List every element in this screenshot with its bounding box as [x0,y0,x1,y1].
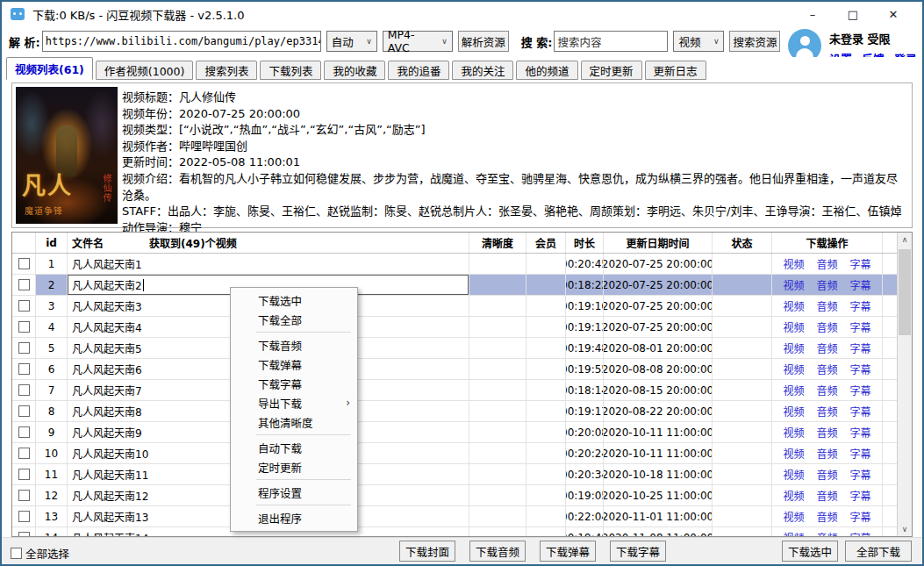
table-row[interactable]: 14 凡人风起天南14 00:19:40 2020-11-08 11:00:00… [12,527,897,536]
tab-search-list[interactable]: 搜索列表 [196,61,257,80]
table-row[interactable]: 8 凡人风起天南8 00:19:17 2020-08-22 20:00:00 视… [12,401,897,422]
search-input[interactable]: 搜索内容 [554,31,668,52]
menu-item-download-audio[interactable]: 下载音频 [231,335,357,355]
checkbox-icon[interactable] [18,321,30,333]
download-audio-button[interactable]: 下载音频 [469,541,526,562]
menu-item-export-download[interactable]: 导出下载› [231,393,357,412]
checkbox-icon[interactable] [18,258,30,269]
row-checkbox-cell[interactable] [12,422,36,442]
row-checkbox-cell[interactable] [12,254,36,274]
checkbox-icon[interactable] [18,532,30,536]
row-checkbox-cell[interactable] [12,359,36,379]
header-filename[interactable]: 文件名 获取到(49)个视频 [68,233,469,253]
download-subtitle-link[interactable]: 字幕 [850,319,871,334]
download-video-link[interactable]: 视频 [783,362,804,376]
tab-my-bangumi[interactable]: 我的追番 [388,61,449,80]
table-row[interactable]: 11 凡人风起天南11 00:20:34 2020-10-18 11:00:00… [12,464,897,485]
download-subtitle-link[interactable]: 字幕 [850,509,871,524]
row-checkbox-cell[interactable] [12,443,36,463]
download-video-link[interactable]: 视频 [783,277,804,292]
scroll-up-icon[interactable]: ∧ [898,233,912,247]
download-subtitle-link[interactable]: 字幕 [850,467,871,482]
download-video-link[interactable]: 视频 [783,488,804,503]
menu-item-download-all[interactable]: 下载全部 [231,310,357,329]
checkbox-icon[interactable] [18,448,30,459]
download-audio-link[interactable]: 音频 [816,404,837,419]
checkbox-icon[interactable] [18,490,30,501]
checkbox-icon[interactable] [18,405,30,417]
download-danmaku-button[interactable]: 下载弹幕 [540,541,596,562]
table-row[interactable]: 4 凡人风起天南4 00:19:13 2020-07-25 20:00:00 视… [12,317,897,338]
download-subtitle-link[interactable]: 字幕 [850,340,871,355]
tab-scheduled-update[interactable]: 定时更新 [581,61,642,80]
parse-button[interactable]: 解析资源 [458,31,509,52]
row-checkbox-cell[interactable] [12,464,36,484]
scroll-down-icon[interactable]: ∨ [898,522,912,536]
table-row[interactable]: 6 凡人风起天南6 00:19:55 2020-08-08 20:00:00 视… [12,359,897,380]
download-audio-link[interactable]: 音频 [816,488,837,503]
download-audio-link[interactable]: 音频 [816,340,837,355]
format-select[interactable]: MP4-AVC ∨ [383,31,453,52]
search-button[interactable]: 搜索资源 [729,31,780,52]
download-subtitle-button[interactable]: 下载字幕 [610,541,666,562]
row-checkbox-cell[interactable] [12,527,36,536]
minimize-button[interactable]: – [792,8,833,21]
table-row[interactable]: 1 凡人风起天南1 00:20:45 2020-07-25 20:00:00 视… [12,254,897,275]
header-id[interactable]: id [36,233,68,253]
checkbox-icon[interactable] [18,363,30,375]
header-duration[interactable]: 时长 [566,233,604,253]
table-row[interactable]: 5 凡人风起天南5 00:19:48 2020-08-01 20:00:00 视… [12,338,897,359]
tab-download-list[interactable]: 下载列表 [260,61,321,80]
scrollbar-thumb[interactable] [899,249,911,335]
table-row[interactable]: 7 凡人风起天南7 00:18:14 2020-08-15 20:00:00 视… [12,380,897,401]
parse-url-input[interactable]: https://www.bilibili.com/bangumi/play/ep… [42,31,321,52]
checkbox-icon[interactable] [18,300,30,312]
download-audio-link[interactable]: 音频 [816,530,837,536]
menu-item-program-settings[interactable]: 程序设置 [231,483,357,502]
download-audio-link[interactable]: 音频 [816,383,837,398]
checkbox-icon[interactable] [18,511,30,522]
table-row[interactable]: 10 凡人风起天南10 00:20:24 2020-10-11 11:00:00… [12,443,897,464]
row-checkbox-cell[interactable] [12,485,36,505]
download-video-link[interactable]: 视频 [783,298,804,313]
maximize-button[interactable]: □ [833,8,873,21]
download-cover-button[interactable]: 下载封面 [399,541,455,562]
download-subtitle-link[interactable]: 字幕 [850,446,871,461]
download-audio-link[interactable]: 音频 [816,425,837,440]
header-updated[interactable]: 更新日期时间 [604,233,713,253]
download-all-button[interactable]: 全部下载 [845,541,912,562]
download-audio-link[interactable]: 音频 [816,298,837,313]
menu-item-scheduled-update[interactable]: 定时更新 [231,457,357,476]
row-checkbox-cell[interactable] [12,338,36,358]
row-checkbox-cell[interactable] [12,275,36,295]
checkbox-icon[interactable] [18,279,30,290]
download-audio-link[interactable]: 音频 [816,256,837,271]
download-video-link[interactable]: 视频 [783,530,804,536]
search-type-select[interactable]: 视频 ∨ [673,31,724,52]
download-subtitle-link[interactable]: 字幕 [850,404,871,419]
download-video-link[interactable]: 视频 [783,509,804,524]
checkbox-icon[interactable] [18,342,30,354]
download-subtitle-link[interactable]: 字幕 [850,425,871,440]
table-row[interactable]: 9 凡人风起天南9 00:20:08 2020-10-11 11:00:00 视… [12,422,897,443]
download-audio-link[interactable]: 音频 [816,467,837,482]
header-member[interactable]: 会员 [526,233,566,253]
tab-video-list[interactable]: 视频列表(61) [6,57,93,80]
download-subtitle-link[interactable]: 字幕 [850,362,871,376]
menu-item-other-quality[interactable]: 其他清晰度 [231,412,357,432]
download-subtitle-link[interactable]: 字幕 [850,488,871,503]
row-checkbox-cell[interactable] [12,380,36,400]
table-row[interactable]: 3 凡人风起天南3 00:19:16 2020-07-25 20:00:00 视… [12,296,897,317]
menu-item-download-subtitle[interactable]: 下载字幕 [231,374,357,393]
download-selected-button[interactable]: 下载选中 [782,541,838,562]
download-video-link[interactable]: 视频 [783,256,804,271]
close-button[interactable]: ✕ [873,8,913,21]
download-audio-link[interactable]: 音频 [816,362,837,376]
vertical-scrollbar[interactable]: ∧ ∨ [897,233,912,536]
download-video-link[interactable]: 视频 [783,383,804,398]
menu-item-auto-download[interactable]: 自动下载 [231,438,357,457]
row-checkbox-cell[interactable] [12,317,36,337]
row-checkbox-cell[interactable] [12,296,36,316]
download-video-link[interactable]: 视频 [783,425,804,440]
download-video-link[interactable]: 视频 [783,467,804,482]
